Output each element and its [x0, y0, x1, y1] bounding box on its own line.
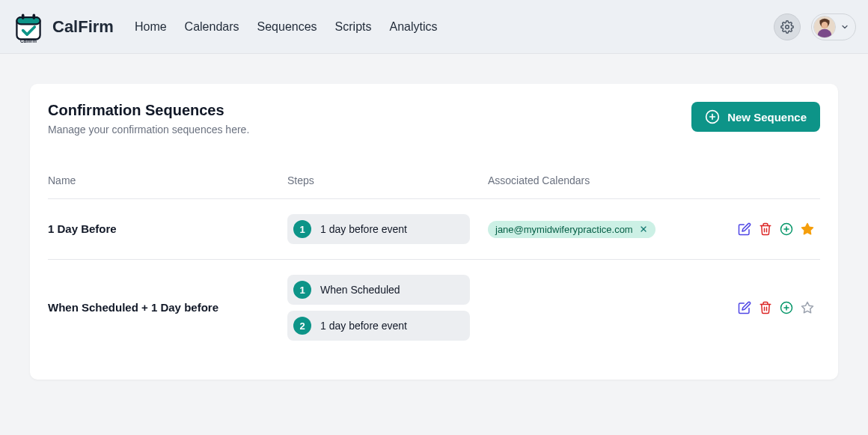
svg-point-8	[822, 22, 828, 28]
svg-point-5	[786, 25, 789, 28]
calendar-email: jane@mymidwiferypractice.com	[495, 224, 633, 235]
header-calendars: Associated Calendars	[488, 174, 700, 199]
step-label: When Scheduled	[320, 284, 400, 296]
sequences-table: Name Steps Associated Calendars 1 Day Be…	[48, 174, 820, 356]
edit-icon	[738, 301, 751, 314]
brand-name: CalFirm	[52, 17, 114, 37]
new-sequence-button[interactable]: New Sequence	[691, 102, 820, 132]
svg-rect-3	[33, 13, 36, 19]
page-title: Confirmation Sequences	[48, 102, 249, 119]
gear-icon	[780, 20, 794, 34]
svg-rect-2	[22, 13, 25, 19]
trash-icon	[759, 301, 772, 314]
star-icon	[801, 301, 814, 314]
nav-analytics[interactable]: Analytics	[390, 20, 438, 34]
table-row: 1 Day Before 1 1 day before event jane@m…	[48, 199, 820, 260]
step-number: 1	[293, 281, 311, 299]
svg-rect-1	[16, 17, 40, 24]
new-sequence-label: New Sequence	[727, 111, 807, 124]
step-number: 2	[293, 317, 311, 335]
add-button[interactable]	[780, 222, 793, 236]
nav-right	[774, 13, 856, 40]
plus-circle-icon	[780, 301, 793, 314]
trash-icon	[759, 222, 772, 236]
header-name: Name	[48, 174, 287, 199]
step-label: 1 day before event	[320, 223, 407, 235]
nav-home[interactable]: Home	[135, 20, 167, 34]
delete-button[interactable]	[759, 222, 772, 236]
nav-calendars[interactable]: Calendars	[185, 20, 239, 34]
card-header: Confirmation Sequences Manage your confi…	[48, 102, 820, 136]
nav-sequences[interactable]: Sequences	[257, 20, 317, 34]
sequences-card: Confirmation Sequences Manage your confi…	[30, 84, 838, 380]
step-pill: 2 1 day before event	[287, 311, 470, 341]
edit-button[interactable]	[738, 301, 751, 314]
close-icon	[639, 225, 648, 234]
header-steps: Steps	[287, 174, 488, 199]
svg-text:Calfirm: Calfirm	[20, 38, 37, 43]
add-button[interactable]	[780, 301, 793, 314]
favorite-button[interactable]	[801, 301, 814, 314]
plus-circle-icon	[780, 222, 793, 236]
edit-button[interactable]	[738, 222, 751, 236]
plus-circle-icon	[705, 109, 720, 124]
avatar	[813, 16, 836, 38]
navbar: Calfirm CalFirm Home Calendars Sequences…	[0, 0, 868, 54]
svg-marker-18	[802, 224, 813, 234]
svg-marker-22	[802, 302, 813, 313]
sequence-name: 1 Day Before	[48, 222, 117, 235]
page-content: Confirmation Sequences Manage your confi…	[0, 54, 868, 410]
delete-button[interactable]	[759, 301, 772, 314]
nav-scripts[interactable]: Scripts	[335, 20, 372, 34]
star-icon	[801, 222, 814, 236]
step-label: 1 day before event	[320, 320, 407, 332]
table-row: When Scheduled + 1 Day before 1 When Sch…	[48, 260, 820, 356]
remove-calendar-button[interactable]	[639, 225, 648, 234]
page-subtitle: Manage your confirmation sequences here.	[48, 124, 249, 136]
edit-icon	[738, 222, 751, 236]
user-menu[interactable]	[811, 13, 856, 40]
header-actions	[700, 174, 820, 199]
sequence-name: When Scheduled + 1 Day before	[48, 301, 218, 314]
chevron-down-icon	[840, 22, 849, 31]
nav-links: Home Calendars Sequences Scripts Analyti…	[135, 20, 438, 34]
step-pill: 1 When Scheduled	[287, 275, 470, 305]
calendar-chip: jane@mymidwiferypractice.com	[488, 221, 655, 238]
step-number: 1	[293, 220, 311, 238]
logo-block[interactable]: Calfirm CalFirm	[12, 10, 114, 43]
favorite-button[interactable]	[801, 222, 814, 236]
settings-button[interactable]	[774, 13, 801, 40]
logo-icon: Calfirm	[12, 10, 45, 43]
step-pill: 1 1 day before event	[287, 214, 470, 244]
